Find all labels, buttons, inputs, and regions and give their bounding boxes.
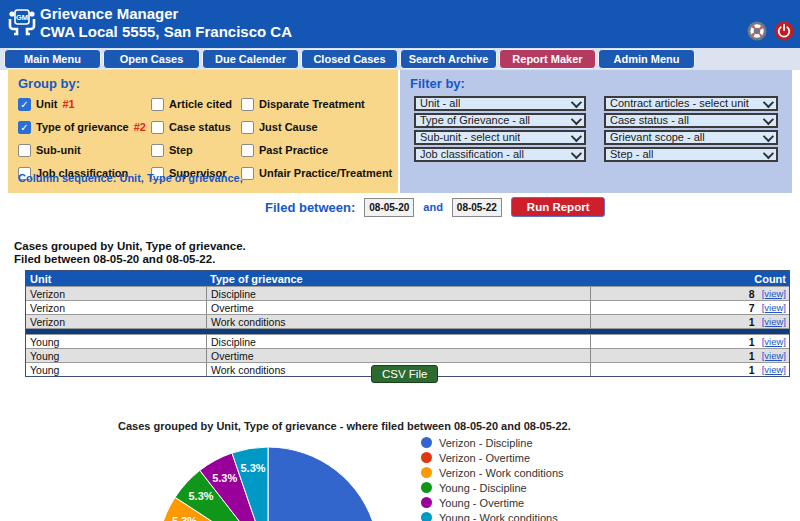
- results-heading-line2: Filed between 08-05-20 and 08-05-22.: [14, 253, 246, 266]
- groupby-option-case-status[interactable]: Case status: [151, 119, 241, 135]
- cell-count: 1[view]: [590, 315, 789, 328]
- filed-between-row: Filed between: and Run Report: [265, 197, 605, 217]
- tab-report-maker[interactable]: Report Maker: [499, 49, 596, 69]
- cell-type: Overtime: [206, 349, 590, 362]
- count-value: 1: [749, 350, 755, 362]
- pie-chart: 42.1%36.8%5.3%5.3%5.3%5.3%: [0, 437, 420, 521]
- group-by-title: Group by:: [18, 76, 80, 91]
- tab-main-menu[interactable]: Main Menu: [4, 49, 101, 69]
- cell-unit: Young: [26, 364, 206, 376]
- pie-slice-label: 5.3%: [172, 515, 197, 521]
- legend-label: Verizon - Work conditions: [439, 467, 564, 479]
- help-lifebuoy-icon[interactable]: [747, 21, 767, 41]
- table-row: VerizonDiscipline8[view]: [26, 286, 789, 300]
- and-label: and: [423, 201, 443, 213]
- select-value: Sub-unit - select unit: [420, 132, 520, 143]
- filter-select-sub-unit-select-unit[interactable]: Sub-unit - select unit: [414, 130, 586, 145]
- tab-admin-menu[interactable]: Admin Menu: [598, 49, 695, 69]
- pie-slice-verizon-discipline[interactable]: [268, 447, 379, 521]
- checkbox-unchecked[interactable]: [241, 144, 254, 157]
- cell-type: Discipline: [206, 335, 590, 348]
- groupby-option-just-cause[interactable]: Just Cause: [241, 119, 392, 135]
- tab-search-archive[interactable]: Search Archive: [400, 49, 497, 69]
- checkbox-label: Type of grievance: [36, 121, 129, 133]
- count-value: 8: [749, 288, 755, 300]
- groupby-option-step[interactable]: Step: [151, 142, 241, 158]
- select-value: Case status - all: [610, 115, 689, 126]
- view-link[interactable]: [view]: [762, 288, 786, 299]
- results-table: Unit Type of grievance Count VerizonDisc…: [25, 270, 790, 377]
- results-table-body: VerizonDiscipline8[view]VerizonOvertime7…: [26, 286, 789, 376]
- checkbox-label: Sub-unit: [36, 144, 81, 156]
- legend-label: Young - Work conditions: [439, 512, 558, 521]
- groupby-option-type-of-grievance[interactable]: ✓Type of grievance#2: [18, 119, 151, 135]
- checkbox-checked[interactable]: ✓: [18, 98, 31, 111]
- checkbox-unchecked[interactable]: [151, 121, 164, 134]
- chevron-down-icon: [571, 96, 582, 107]
- filter-select-contract-articles-select-unit[interactable]: Contract articles - select unit: [604, 96, 778, 111]
- checkbox-checked[interactable]: ✓: [18, 121, 31, 134]
- chart-title: Cases grouped by Unit, Type of grievance…: [118, 420, 571, 432]
- group-by-panel: Group by: ✓Unit#1✓Type of grievance#2Sub…: [8, 70, 398, 193]
- checkbox-unchecked[interactable]: [241, 167, 254, 180]
- filter-select-unit-all[interactable]: Unit - all: [414, 96, 586, 111]
- groupby-option-article-cited[interactable]: Article cited: [151, 96, 241, 112]
- checkbox-unchecked[interactable]: [151, 98, 164, 111]
- view-link[interactable]: [view]: [762, 316, 786, 327]
- groupby-option-sub-unit[interactable]: Sub-unit: [18, 142, 151, 158]
- checkbox-unchecked[interactable]: [18, 144, 31, 157]
- legend-label: Verizon - Overtime: [439, 452, 530, 464]
- cell-unit: Verizon: [26, 288, 206, 300]
- filed-between-label: Filed between:: [265, 200, 355, 215]
- checkbox-label: Unit: [36, 98, 57, 110]
- tab-open-cases[interactable]: Open Cases: [103, 49, 200, 69]
- select-value: Type of Grievance - all: [420, 115, 530, 126]
- app-header: GM Grievance Manager CWA Local 5555, San…: [0, 0, 800, 48]
- count-value: 7: [749, 302, 755, 314]
- power-logout-icon[interactable]: [774, 21, 794, 41]
- cell-type: Work conditions: [206, 315, 590, 328]
- filed-to-input[interactable]: [452, 198, 502, 217]
- legend-label: Young - Discipline: [439, 482, 527, 494]
- cell-count: 1[view]: [590, 349, 789, 362]
- pie-slice-label: 5.3%: [240, 462, 265, 474]
- groupby-option-unit[interactable]: ✓Unit#1: [18, 96, 151, 112]
- tab-closed-cases[interactable]: Closed Cases: [301, 49, 398, 69]
- column-header-type: Type of grievance: [206, 271, 590, 286]
- checkbox-label: Unfair Practice/Treatment: [259, 167, 392, 179]
- csv-file-button[interactable]: CSV File: [371, 365, 438, 383]
- checkbox-unchecked[interactable]: [151, 144, 164, 157]
- count-value: 1: [749, 316, 755, 328]
- chevron-down-icon: [763, 130, 774, 141]
- filter-select-type-of-grievance-all[interactable]: Type of Grievance - all: [414, 113, 586, 128]
- legend-dot: [421, 512, 432, 521]
- results-heading: Cases grouped by Unit, Type of grievance…: [14, 240, 246, 266]
- group-by-grid: ✓Unit#1✓Type of grievance#2Sub-unitJob c…: [18, 96, 392, 181]
- table-row: VerizonWork conditions1[view]: [26, 314, 789, 328]
- filter-select-case-status-all[interactable]: Case status - all: [604, 113, 778, 128]
- tab-due-calender[interactable]: Due Calender: [202, 49, 299, 69]
- legend-dot: [421, 497, 432, 508]
- groupby-option-past-practice[interactable]: Past Practice: [241, 142, 392, 158]
- view-link[interactable]: [view]: [762, 336, 786, 347]
- filter-by-panel: Filter by: Unit - allType of Grievance -…: [400, 70, 792, 193]
- checkbox-unchecked[interactable]: [241, 98, 254, 111]
- filter-select-job-classification-all[interactable]: Job classification - all: [414, 147, 586, 162]
- checkbox-label: Past Practice: [259, 144, 328, 156]
- groupby-option-disparate-treatment[interactable]: Disparate Treatment: [241, 96, 392, 112]
- results-heading-line1: Cases grouped by Unit, Type of grievance…: [14, 240, 246, 253]
- select-value: Job classification - all: [420, 149, 524, 160]
- filter-select-step-all[interactable]: Step - all: [604, 147, 778, 162]
- chevron-down-icon: [571, 147, 582, 158]
- view-link[interactable]: [view]: [762, 302, 786, 313]
- checkbox-unchecked[interactable]: [241, 121, 254, 134]
- filter-select-grievant-scope-all[interactable]: Grievant scope - all: [604, 130, 778, 145]
- table-header-row: Unit Type of grievance Count: [26, 271, 789, 286]
- run-report-button[interactable]: Run Report: [511, 197, 606, 217]
- chevron-down-icon: [571, 113, 582, 124]
- cell-unit: Verizon: [26, 302, 206, 314]
- view-link[interactable]: [view]: [762, 364, 786, 375]
- view-link[interactable]: [view]: [762, 350, 786, 361]
- filed-from-input[interactable]: [364, 198, 414, 217]
- groupby-option-unfair-practice-treatment[interactable]: Unfair Practice/Treatment: [241, 165, 392, 181]
